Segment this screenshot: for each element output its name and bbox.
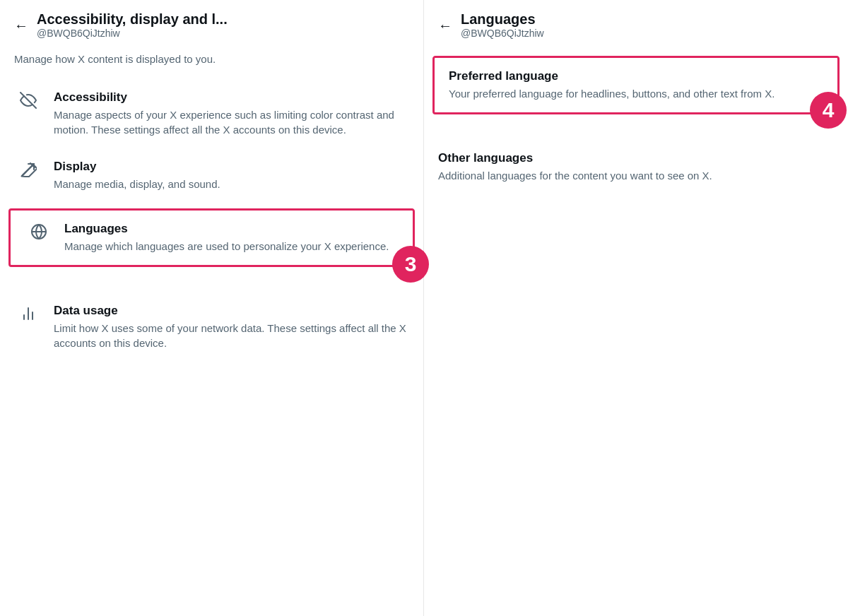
right-header: ← Languages @BWQB6QiJtzhiw <box>424 0 848 45</box>
data-usage-content: Data usage Limit how X uses some of your… <box>54 304 409 350</box>
preferred-language-item[interactable]: Preferred language Your preferred langua… <box>432 56 840 114</box>
left-panel-subtitle: @BWQB6QiJtzhiw <box>37 28 228 39</box>
menu-item-languages[interactable]: Languages Manage which languages are use… <box>8 208 415 267</box>
right-panel-subtitle: @BWQB6QiJtzhiw <box>461 28 544 39</box>
accessibility-title: Accessibility <box>54 90 409 105</box>
right-back-button[interactable]: ← <box>438 18 452 32</box>
right-panel-title: Languages <box>461 11 544 28</box>
right-header-text: Languages @BWQB6QiJtzhiw <box>461 11 544 39</box>
languages-desc: Manage which languages are used to perso… <box>64 239 399 254</box>
languages-title: Languages <box>64 222 399 236</box>
other-languages-desc: Additional languages for the content you… <box>438 168 834 183</box>
display-desc: Manage media, display, and sound. <box>54 177 409 191</box>
globe-icon <box>25 222 53 240</box>
left-header-text: Accessibility, display and l... @BWQB6Qi… <box>37 11 228 39</box>
badge-4: 4 <box>810 92 847 129</box>
left-panel-title: Accessibility, display and l... <box>37 11 228 28</box>
eye-off-icon <box>14 90 42 109</box>
display-content: Display Manage media, display, and sound… <box>54 160 409 191</box>
accessibility-desc: Manage aspects of your X experience such… <box>54 107 409 137</box>
badge-3: 3 <box>392 246 429 283</box>
menu-item-accessibility[interactable]: Accessibility Manage aspects of your X e… <box>0 79 423 148</box>
right-panel: ← Languages @BWQB6QiJtzhiw Preferred lan… <box>424 0 848 616</box>
pencil-icon <box>14 160 42 178</box>
languages-content: Languages Manage which languages are use… <box>64 222 399 254</box>
preferred-language-title: Preferred language <box>449 69 823 83</box>
menu-item-display[interactable]: Display Manage media, display, and sound… <box>0 148 423 203</box>
data-usage-desc: Limit how X uses some of your network da… <box>54 321 409 350</box>
left-header: ← Accessibility, display and l... @BWQB6… <box>0 0 423 45</box>
bar-chart-icon <box>14 304 42 322</box>
display-title: Display <box>54 160 409 174</box>
menu-item-data-usage[interactable]: Data usage Limit how X uses some of your… <box>0 292 423 362</box>
accessibility-content: Accessibility Manage aspects of your X e… <box>54 90 409 137</box>
left-back-button[interactable]: ← <box>14 18 28 32</box>
preferred-language-desc: Your preferred language for headlines, b… <box>449 86 823 101</box>
left-panel-description: Manage how X content is displayed to you… <box>0 45 423 79</box>
data-usage-title: Data usage <box>54 304 409 318</box>
other-languages-item[interactable]: Other languages Additional languages for… <box>424 140 848 194</box>
left-panel: ← Accessibility, display and l... @BWQB6… <box>0 0 424 616</box>
other-languages-title: Other languages <box>438 151 834 165</box>
